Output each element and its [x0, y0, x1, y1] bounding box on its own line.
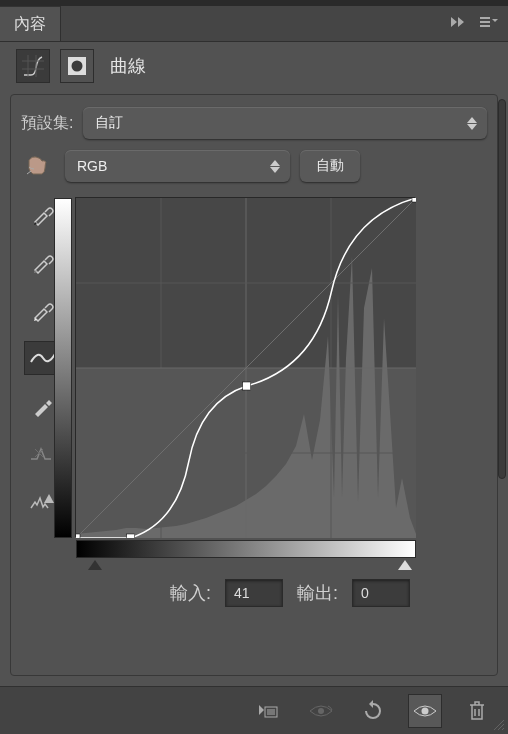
preset-select[interactable]: 自訂: [83, 107, 487, 139]
finger-icon[interactable]: [21, 149, 55, 183]
tab-properties[interactable]: 內容: [0, 6, 61, 41]
preset-label: 預設集:: [21, 113, 73, 134]
panel-tabs: 內容: [0, 6, 508, 42]
input-gradient: [76, 540, 416, 558]
svg-point-19: [422, 707, 429, 714]
resize-grip[interactable]: [492, 718, 506, 732]
channel-value: RGB: [77, 158, 107, 174]
panel-menu-icon[interactable]: [480, 15, 498, 32]
channel-select[interactable]: RGB: [65, 150, 290, 182]
output-label: 輸出:: [297, 581, 338, 605]
preset-value: 自訂: [95, 114, 123, 132]
visibility-icon[interactable]: [408, 694, 442, 728]
reset-icon[interactable]: [356, 694, 390, 728]
svg-point-18: [318, 708, 324, 714]
auto-label: 自動: [316, 157, 344, 175]
adjustment-header: 曲線: [0, 42, 508, 90]
svg-rect-15: [412, 198, 416, 202]
svg-point-2: [72, 61, 83, 72]
svg-rect-13: [127, 534, 135, 538]
clip-to-layer-icon[interactable]: [252, 694, 286, 728]
output-field[interactable]: 0: [352, 579, 410, 607]
svg-rect-12: [76, 534, 80, 538]
chevron-updown-icon: [270, 160, 280, 173]
svg-rect-14: [243, 382, 251, 390]
chevron-updown-icon: [467, 117, 477, 130]
black-point-slider[interactable]: [88, 560, 102, 570]
mask-icon[interactable]: [60, 49, 94, 83]
auto-button[interactable]: 自動: [300, 150, 360, 182]
svg-rect-17: [267, 709, 275, 715]
input-field[interactable]: 41: [225, 579, 283, 607]
curves-icon[interactable]: [16, 49, 50, 83]
trash-icon[interactable]: [460, 694, 494, 728]
curves-graph[interactable]: [75, 197, 415, 537]
input-label: 輸入:: [170, 581, 211, 605]
adjustment-title: 曲線: [110, 54, 146, 78]
panel-footer: [0, 686, 508, 734]
view-previous-icon[interactable]: [304, 694, 338, 728]
tab-label: 內容: [14, 14, 46, 35]
white-point-slider[interactable]: [398, 560, 412, 570]
skip-icon[interactable]: [450, 15, 466, 32]
output-gradient: [54, 198, 72, 538]
curves-panel: 預設集: 自訂 RGB: [10, 94, 498, 676]
panel-scrollbar[interactable]: [498, 99, 506, 479]
